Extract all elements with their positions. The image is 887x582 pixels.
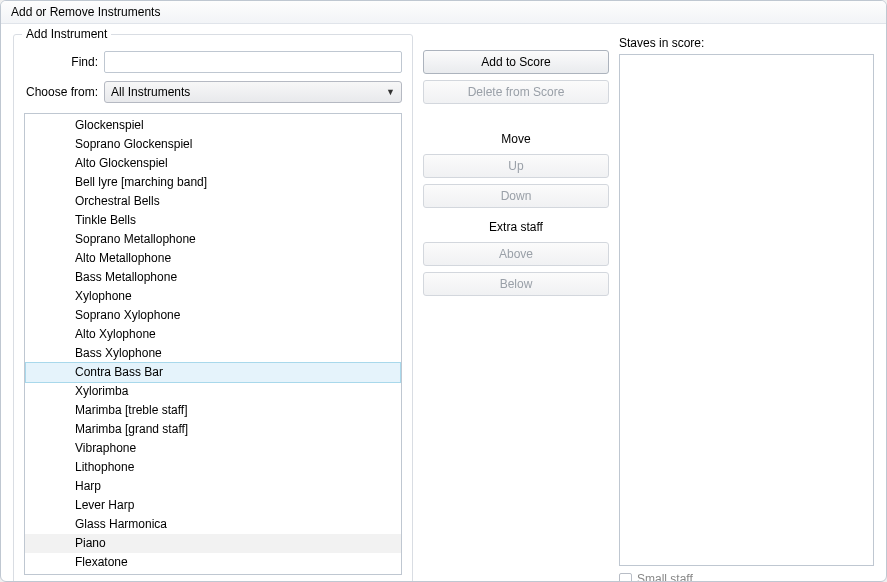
choose-row: Choose from: All Instruments ▼ <box>24 81 402 103</box>
extra-staff-above-button[interactable]: Above <box>423 242 609 266</box>
titlebar[interactable]: Add or Remove Instruments <box>1 1 886 24</box>
instrument-item[interactable]: Glass Harmonica <box>25 515 401 534</box>
instrument-item[interactable]: Piano <box>25 534 401 553</box>
choose-from-dropdown[interactable]: All Instruments ▼ <box>104 81 402 103</box>
instrument-item[interactable]: Soprano Glockenspiel <box>25 135 401 154</box>
add-instrument-fieldset: Add Instrument Find: Choose from: All In… <box>13 34 413 582</box>
instrument-item[interactable]: Contra Bass Bar <box>25 362 401 383</box>
instrument-item[interactable]: Xylophone <box>25 287 401 306</box>
small-staff-label: Small staff <box>637 572 693 582</box>
instrument-item[interactable]: Bass Metallophone <box>25 268 401 287</box>
delete-from-score-button[interactable]: Delete from Score <box>423 80 609 104</box>
chevron-down-icon: ▼ <box>386 87 395 97</box>
instrument-item[interactable]: Bass Xylophone <box>25 344 401 363</box>
instrument-item[interactable]: Bell lyre [marching band] <box>25 173 401 192</box>
instrument-item[interactable]: Orchestral Bells <box>25 192 401 211</box>
action-column: Add to Score Delete from Score Move Up D… <box>423 34 609 582</box>
find-label: Find: <box>24 55 104 69</box>
instrument-item[interactable]: Alto Glockenspiel <box>25 154 401 173</box>
instrument-item[interactable]: Alto Metallophone <box>25 249 401 268</box>
staves-column: Staves in score: Small staff <box>619 34 874 582</box>
instrument-item[interactable]: Glockenspiel <box>25 116 401 135</box>
instrument-item[interactable]: Flexatone <box>25 553 401 572</box>
instrument-item[interactable]: Soprano Xylophone <box>25 306 401 325</box>
find-input[interactable] <box>104 51 402 73</box>
instrument-item[interactable]: Xylorimba <box>25 382 401 401</box>
fieldset-legend: Add Instrument <box>22 27 111 41</box>
small-staff-row: Small staff <box>619 572 874 582</box>
choose-label: Choose from: <box>24 85 104 99</box>
instrument-item[interactable]: Marimba [grand staff] <box>25 420 401 439</box>
window-title: Add or Remove Instruments <box>11 5 160 19</box>
extra-staff-below-button[interactable]: Below <box>423 272 609 296</box>
instrument-listbox-container: GlockenspielSoprano GlockenspielAlto Glo… <box>24 113 402 575</box>
instrument-item[interactable]: Lever Harp <box>25 496 401 515</box>
dialog-window: Add or Remove Instruments Add Instrument… <box>0 0 887 582</box>
small-staff-checkbox[interactable] <box>619 573 632 583</box>
instrument-item[interactable]: Harp <box>25 477 401 496</box>
instrument-listbox[interactable]: GlockenspielSoprano GlockenspielAlto Glo… <box>25 114 401 574</box>
move-down-button[interactable]: Down <box>423 184 609 208</box>
choose-value: All Instruments <box>111 85 190 99</box>
staves-listbox[interactable] <box>619 54 874 566</box>
instrument-item[interactable]: Vibraphone <box>25 439 401 458</box>
move-up-button[interactable]: Up <box>423 154 609 178</box>
instrument-item[interactable]: Tinkle Bells <box>25 211 401 230</box>
instrument-item[interactable]: Lithophone <box>25 458 401 477</box>
staves-label: Staves in score: <box>619 36 874 50</box>
instrument-item[interactable]: Soprano Metallophone <box>25 230 401 249</box>
move-section-label: Move <box>423 132 609 146</box>
instrument-item[interactable]: Marimba [treble staff] <box>25 401 401 420</box>
dialog-content: Add Instrument Find: Choose from: All In… <box>1 24 886 582</box>
extra-staff-section-label: Extra staff <box>423 220 609 234</box>
add-to-score-button[interactable]: Add to Score <box>423 50 609 74</box>
instrument-item[interactable]: Alto Xylophone <box>25 325 401 344</box>
find-row: Find: <box>24 51 402 73</box>
